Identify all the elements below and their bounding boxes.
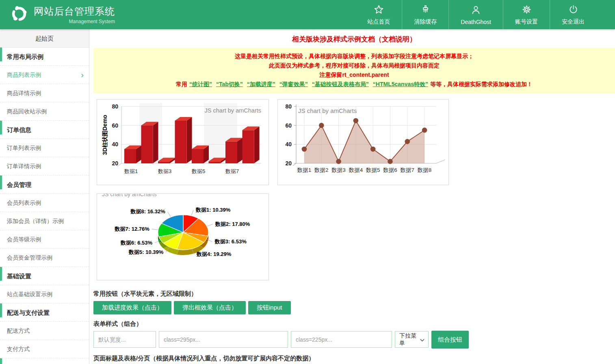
sidebar-item-label: 订单详情示例 [7,163,41,169]
sidebar-item-label: 会员资金管理示例 [7,254,52,261]
svg-text:20: 20 [285,160,292,167]
svg-text:20: 20 [112,160,118,167]
section-marker [0,303,2,317]
sidebar-item[interactable]: 添加会员（详情）示例 [0,212,89,230]
top-header: 网站后台管理系统 Management System 站点首页清除缓存Death… [0,0,615,29]
svg-text:数据8: 16.32%: 数据8: 16.32% [130,208,165,214]
sidebar-item-label: 支付方式 [7,346,30,352]
sidebar-item[interactable]: 订单列表示例 [0,139,89,157]
line-chart: 20406080数据1数据2数据3数据4数据5数据6数据7数据8JS chart… [277,99,449,185]
combo-button[interactable]: 组合按钮 [431,331,469,349]
sidebar-menu: 常用布局示例›商品列表示例商品详情示例商品回收站示例订单信息订单列表示例订单详情… [0,48,89,364]
dropdown-value: 下拉菜单 [399,332,420,347]
nav-item-star[interactable]: 站点首页 [355,0,402,29]
sidebar-section-header[interactable]: 配送与支付设置 [0,303,89,322]
pie-chart-svg: 数据1: 10.39%数据2: 17.80%数据3: 6.53%数据4: 19.… [97,194,269,280]
nav-item-label: DeathGhost [461,19,491,25]
form-heading: 表单样式（组合） [93,320,615,328]
section-marker [0,358,2,364]
notice-link[interactable]: “Tab切换” [216,81,243,87]
svg-text:数据1: 10.39%: 数据1: 10.39% [195,207,231,213]
sidebar-item[interactable]: 支付方式 [0,340,89,358]
svg-text:数据1: 数据1 [124,168,138,174]
section-marker [0,121,2,134]
svg-text:JS chart by amCharts: JS chart by amCharts [298,107,357,114]
sidebar-item[interactable]: 站点基础设置示例 [0,285,89,303]
nav-item-gear[interactable]: 账号设置 [503,0,550,29]
load-progress-button[interactable]: 加载进度效果（点击） [93,301,171,314]
bar-chart-svg: 20406080数据1数据3数据5数据7JS chart by amCharts… [97,100,269,185]
sidebar-item[interactable]: 商品回收站示例 [0,102,89,121]
notice-line-3: 注意保留rt_content.parent [97,70,611,80]
nav-item-label: 安全退出 [562,18,585,26]
svg-text:JS chart by amCharts: JS chart by amCharts [205,107,261,114]
sidebar-item[interactable]: 配送方式 [0,322,89,340]
sidebar-section-header[interactable]: 常用布局示例 [0,48,89,66]
sidebar-item-label: 添加会员（详情）示例 [7,218,64,224]
notice-link[interactable]: “统计图” [189,81,212,87]
sidebar-item[interactable]: 商品详情示例 [0,84,89,102]
app-title: 网站后台管理系统 [34,5,115,18]
default-width-input[interactable] [93,331,156,348]
notice-line-2: 此页面仅为样式参考，程序对接可移除，具体布局根据项目内容而定 [97,61,611,70]
width-295-input[interactable] [159,331,288,348]
notice-line-4: 常用“统计图”“Tab切换”“加载进度”“弹窗效果”“基础按钮及表格布局”“HT… [97,80,611,89]
nav-item-user[interactable]: DeathGhost [448,0,503,29]
power-icon [568,4,579,15]
notice-link[interactable]: “基础按钮及表格布局” [312,81,369,87]
main-content: 相关版块涉及样式示例文档（文档说明） 这里是相关常用性样式预设，具体根据内容版块… [89,29,615,364]
sidebar-item-label: 基础设置 [7,273,31,280]
sidebar-item[interactable]: 订单详情示例 [0,157,89,176]
sidebar-section-header[interactable]: 基础设置 [0,267,89,285]
width-225-input[interactable] [291,331,392,348]
sidebar-section-header[interactable]: 订单信息 [0,121,89,139]
sidebar-item-label: 订单列表示例 [7,145,41,151]
buttons-heading: 常用按钮（水平块元素，无区域限制） [93,290,615,298]
table-heading: 页面标题及表格/分页（根据具体情况列入重点，切勿放置可扩展内容不定的数据） [93,355,615,362]
sidebar-item-label: 常用布局示例 [7,53,43,60]
nav-item-brush[interactable]: 清除缓存 [402,0,448,29]
notice-link[interactable]: “弹窗效果” [279,81,308,87]
sidebar-home[interactable]: 起始页 [0,29,89,48]
chevron-right-icon: › [81,66,84,84]
sidebar-item[interactable]: 会员资金管理示例 [0,249,89,267]
gear-icon [521,4,532,15]
sidebar-item-label: 会员等级示例 [7,236,41,243]
sidebar-item[interactable]: 会员列表示例 [0,194,89,212]
svg-text:数据2: 数据2 [314,167,329,173]
svg-text:数据3: 6.53%: 数据3: 6.53% [214,238,247,245]
sidebar-item[interactable]: 会员等级示例 [0,230,89,249]
nav-item-label: 清除缓存 [414,18,437,26]
sidebar-item-label: 会员列表示例 [7,199,41,206]
app-logo[interactable]: 网站后台管理系统 Management System [0,4,115,25]
svg-text:数据7: 12.76%: 数据7: 12.76% [115,226,150,232]
brush-icon [420,4,431,15]
svg-text:数据6: 6.53%: 数据6: 6.53% [120,240,152,246]
svg-text:60: 60 [112,122,118,129]
star-icon [373,4,384,15]
popup-button[interactable]: 弹出框效果（点击） [174,301,246,314]
sidebar-section-header[interactable]: 会员管理 [0,176,89,194]
svg-text:数据7: 数据7 [400,167,415,173]
input-button[interactable]: 按钮input [248,301,291,314]
sidebar-item-label: 会员管理 [7,181,31,188]
sidebar-section-header[interactable] [0,358,89,364]
app-subtitle: Management System [34,19,115,24]
sidebar-item-label: 订单信息 [7,126,31,133]
svg-text:数据3: 数据3 [158,168,171,174]
notice-box: 这里是相关常用性样式预设，具体根据内容版块调整，列表添加字段注意考虑笔记本屏幕显… [93,48,615,93]
sidebar-item-label: 商品回收站示例 [7,108,47,115]
svg-text:JS chart by amCharts: JS chart by amCharts [102,194,157,197]
notice-link[interactable]: “加载进度” [247,81,275,87]
sidebar-item-label: 配送与支付设置 [7,309,50,316]
form-row: 下拉菜单 组合按钮 [93,331,615,349]
notice-line4-suffix: 等等，具体根据实际需求添加修改追加！ [430,81,533,87]
notice-link[interactable]: “HTML5canvas特效” [373,81,428,87]
line-chart-svg: 20406080数据1数据2数据3数据4数据5数据6数据7数据8JS chart… [278,100,448,185]
sidebar-item[interactable]: ›商品列表示例 [0,66,89,84]
nav-item-power[interactable]: 安全退出 [550,0,596,29]
svg-text:40: 40 [112,141,118,147]
svg-text:数据1: 数据1 [297,167,312,173]
dropdown-select[interactable]: 下拉菜单 [395,331,429,348]
charts-row: 20406080数据1数据3数据5数据7JS chart by amCharts… [97,99,615,185]
